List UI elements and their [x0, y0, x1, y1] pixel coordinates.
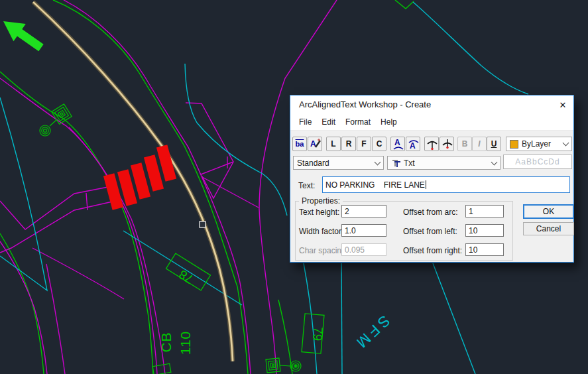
label-cb: CB	[158, 332, 174, 352]
font-preview-box: AaBbCcDd	[503, 155, 572, 169]
offset-arc-label: Offset from arc:	[403, 208, 457, 217]
cad-viewport: CB 110 78 79 SFM ArcAlignedText Workshop…	[0, 0, 588, 374]
cancel-button[interactable]: Cancel	[523, 222, 574, 235]
convex-text-button[interactable]: A	[390, 137, 405, 151]
concave-text-button[interactable]: A	[406, 137, 420, 151]
color-combobox[interactable]: ByLayer	[506, 137, 572, 151]
bylayer-color-swatch	[510, 140, 518, 149]
offset-right-label: Offset from right:	[403, 246, 462, 255]
truetype-font-icon	[391, 158, 401, 168]
text-wizard-button[interactable]: A	[308, 137, 322, 151]
dialog-menubar: File Edit Format Help	[290, 114, 573, 131]
menu-edit[interactable]: Edit	[318, 114, 339, 130]
text-height-input[interactable]: 2	[341, 205, 386, 218]
menu-file[interactable]: File	[295, 114, 316, 130]
chevron-down-icon	[375, 158, 381, 165]
arcalignedtext-dialog: ArcAlignedText Workshop - Create ✕ File …	[290, 95, 574, 263]
char-spacing-label: Char spacing:	[299, 246, 348, 255]
text-inward-button[interactable]	[440, 137, 454, 151]
selection-grip[interactable]	[200, 221, 206, 227]
text-caret	[426, 180, 426, 189]
offset-left-label: Offset from left:	[403, 227, 457, 236]
fire-lane-hatch	[103, 145, 176, 210]
text-label: Text:	[298, 181, 315, 190]
magenta-parcel-lines	[0, 0, 337, 374]
label-110: 110	[178, 331, 193, 355]
width-factor-input[interactable]: 1.0	[341, 224, 386, 237]
menu-help[interactable]: Help	[377, 114, 401, 130]
text-style-combobox[interactable]: Standard	[293, 156, 384, 170]
offset-arc-input[interactable]: 1	[465, 205, 504, 218]
chevron-down-icon	[491, 158, 498, 165]
dialog-titlebar[interactable]: ArcAlignedText Workshop - Create ✕	[290, 95, 573, 114]
text-inward-icon	[440, 137, 455, 152]
menu-format[interactable]: Format	[341, 114, 375, 130]
label-sfm: SFM	[351, 312, 393, 353]
align-left-button[interactable]: L	[326, 137, 341, 151]
width-factor-label: Width factor:	[299, 227, 343, 236]
baseline-align-button[interactable]: ba	[292, 137, 307, 151]
label-78: 78	[176, 267, 196, 286]
align-right-button[interactable]: R	[341, 137, 356, 151]
label-79: 79	[310, 326, 325, 342]
underline-button[interactable]: U	[487, 137, 501, 151]
north-arrow	[3, 21, 44, 51]
italic-button[interactable]: I	[472, 137, 487, 151]
road-centerline	[33, 2, 233, 361]
offset-left-input[interactable]: 10	[465, 224, 504, 237]
chevron-down-icon	[563, 140, 569, 147]
text-outward-icon	[425, 137, 440, 152]
convex-arc-icon	[391, 137, 406, 152]
align-fit-button[interactable]: F	[357, 137, 371, 151]
text-height-label: Text height:	[299, 208, 339, 217]
close-icon[interactable]: ✕	[556, 99, 569, 111]
char-spacing-input: 0.095	[341, 243, 386, 256]
bold-button[interactable]: B	[457, 137, 472, 151]
dialog-title: ArcAlignedText Workshop - Create	[299, 99, 431, 109]
font-combobox[interactable]: Txt	[387, 156, 500, 170]
ok-button[interactable]: OK	[523, 204, 574, 219]
concave-arc-icon	[406, 137, 421, 152]
text-outward-button[interactable]	[424, 137, 439, 151]
wand-icon	[308, 137, 323, 152]
arc-text-input[interactable]: NO PARKING FIRE LANE	[322, 176, 570, 193]
properties-legend: Properties:	[299, 196, 343, 206]
align-center-button[interactable]: C	[372, 137, 386, 151]
offset-right-input[interactable]: 10	[465, 243, 504, 256]
